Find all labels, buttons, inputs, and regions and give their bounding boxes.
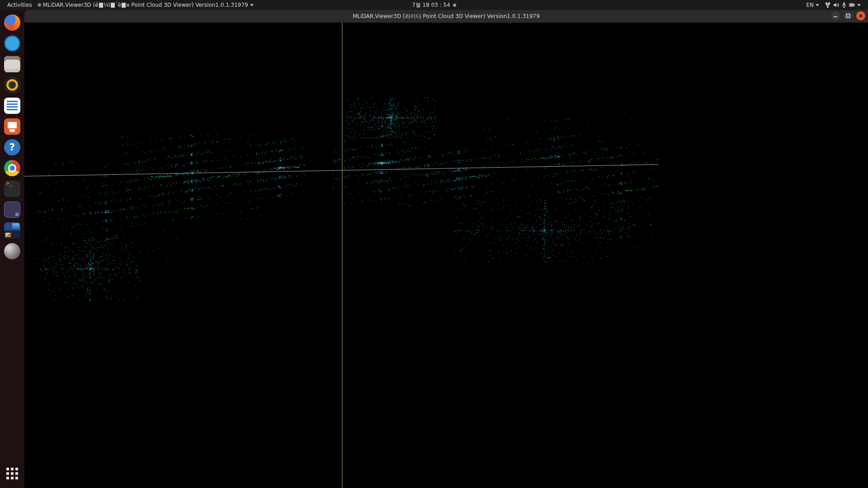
activities-label: Activities — [7, 2, 32, 8]
mlidar-viewer-window: MLiDAR.Viewer3D (라이다 Point Cloud 3D View… — [24, 10, 658, 369]
chevron-down-icon — [250, 4, 254, 6]
notification-dot-icon — [453, 4, 456, 7]
help-icon[interactable]: ? — [4, 139, 20, 155]
chrome-icon[interactable] — [4, 160, 20, 176]
photo-viewer-icon[interactable] — [4, 222, 20, 239]
activities-button[interactable]: Activities — [5, 0, 35, 10]
svg-line-5 — [24, 164, 658, 176]
point-cloud-viewport[interactable] — [24, 23, 658, 369]
mlidar-viewer-icon[interactable] — [4, 243, 20, 259]
gnome-top-panel: Activities MLiDAR.Viewer3D (ë¼ì´ë¤ Point… — [0, 0, 658, 10]
ubuntu-software-icon[interactable] — [4, 118, 20, 135]
terminal-icon[interactable] — [4, 181, 20, 197]
panel-clock[interactable]: 7월 18 03 : 54 — [412, 1, 456, 9]
window-titlebar[interactable]: MLiDAR.Viewer3D (라이다 Point Cloud 3D View… — [24, 10, 658, 23]
active-app-label: MLiDAR.Viewer3D (ë¼ì´ë¤ Point Cloud 3D V… — [43, 2, 248, 8]
rhythmbox-icon[interactable] — [4, 77, 20, 93]
window-title: MLiDAR.Viewer3D (라이다 Point Cloud 3D View… — [353, 13, 540, 20]
files-icon[interactable] — [4, 56, 20, 72]
screenshot-icon[interactable] — [4, 202, 20, 218]
firefox-icon[interactable] — [4, 14, 20, 31]
libreoffice-writer-icon[interactable] — [4, 98, 20, 114]
clock-text: 7월 18 03 : 54 — [412, 1, 450, 9]
app-indicator-dot-icon — [38, 3, 41, 7]
thunderbird-icon[interactable] — [4, 35, 20, 52]
horizontal-axis-line — [24, 23, 658, 369]
active-app-indicator[interactable]: MLiDAR.Viewer3D (ë¼ì´ë¤ Point Cloud 3D V… — [35, 0, 256, 10]
ubuntu-dock: ? — [0, 10, 24, 369]
